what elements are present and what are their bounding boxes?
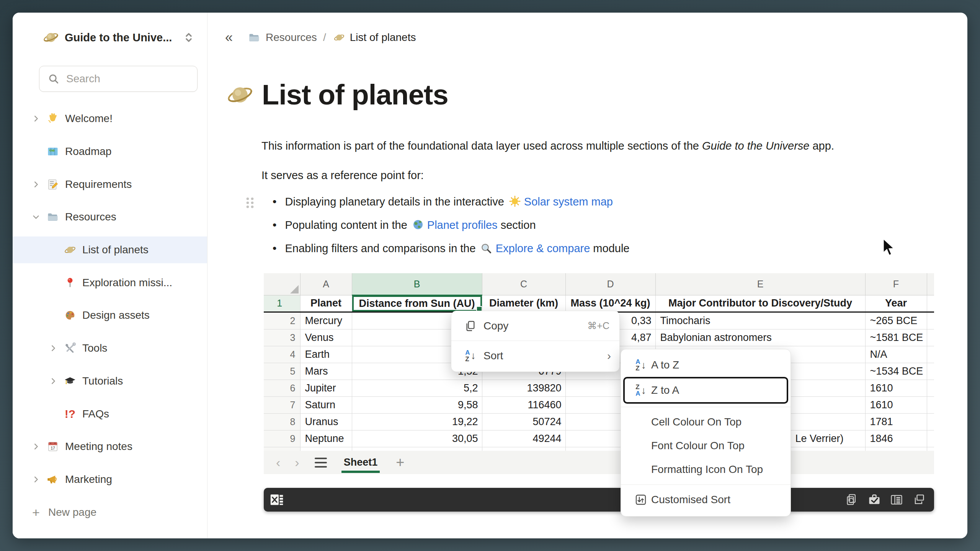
open-in-new-window-icon[interactable]	[912, 493, 926, 507]
prev-sheet-icon[interactable]: ‹	[276, 455, 280, 470]
cell-c1[interactable]: Diameter (km)	[482, 295, 565, 312]
sidebar-item-resources[interactable]: Resources	[13, 204, 207, 230]
header-row: 1 Planet Distance from Sun (AU) Diameter…	[264, 295, 934, 312]
folder-emoji	[46, 210, 60, 224]
sort-a-to-z[interactable]: AZ↓ A to Z	[621, 353, 791, 377]
sheet-list-icon[interactable]	[315, 458, 327, 468]
row-number[interactable]: 1	[264, 295, 300, 312]
sort-submenu: AZ↓ A to Z ZA↓ Z to A Cell Colour On Top…	[621, 349, 791, 517]
sidebar-item-exploration-missions[interactable]: Exploration missi...	[13, 269, 207, 296]
chevron-right-icon[interactable]	[29, 473, 43, 486]
column-letter-f[interactable]: F	[865, 273, 927, 295]
sidebar-item-label: Meeting notes	[65, 440, 132, 453]
sidebar-item-meeting-notes[interactable]: 17 Meeting notes	[13, 433, 207, 460]
sort-formatting-icon[interactable]: Formatting Icon On Top	[621, 458, 791, 481]
sidebar-item-faqs[interactable]: !? FAQs	[13, 401, 207, 427]
bullet-item: • Enabling filters and comparisons in th…	[273, 242, 629, 255]
sort-az-icon: AZ↓	[632, 359, 649, 372]
workspace-expand-icon[interactable]	[182, 31, 196, 44]
table-row-jupiter: 6 Jupiter 5,2 139820 1610	[264, 380, 934, 397]
next-sheet-icon[interactable]: ›	[295, 455, 299, 470]
sidebar-item-marketing[interactable]: Marketing	[13, 466, 207, 493]
chevron-right-icon[interactable]	[29, 112, 43, 126]
sort-za-icon: ZA↓	[632, 384, 649, 397]
sidebar-item-requirements[interactable]: Requirements	[13, 171, 207, 198]
chevron-right-icon[interactable]	[46, 374, 60, 388]
sidebar-item-label: Welcome!	[65, 112, 113, 125]
saturn-emoji[interactable]	[227, 82, 253, 108]
link-explore-compare[interactable]: Explore & compare	[496, 242, 590, 254]
column-letter-c[interactable]: C	[482, 273, 565, 295]
new-page-label: New page	[48, 506, 96, 518]
sidebar-item-roadmap[interactable]: Roadmap	[13, 138, 207, 165]
sort-font-colour[interactable]: Font Colour On Top	[621, 434, 791, 458]
sort-z-to-a-focused[interactable]: ZA↓ Z to A	[623, 377, 788, 404]
sidebar-item-tutorials[interactable]: Tutorials	[13, 368, 207, 395]
calendar-emoji: 17	[46, 440, 60, 453]
row-number[interactable]: 2	[264, 312, 300, 329]
context-menu-copy[interactable]: Copy ⌘+C	[451, 311, 619, 341]
search-icon	[48, 73, 59, 85]
drag-handle-icon[interactable]	[243, 196, 257, 210]
chevron-down-icon[interactable]	[29, 210, 43, 224]
app-name-italic: Guide to the Universe	[702, 140, 809, 152]
row-number[interactable]: 9	[264, 430, 300, 447]
workspace-name[interactable]: Guide to the Unive...	[65, 31, 172, 44]
row-number[interactable]: 8	[264, 414, 300, 430]
cell-e1[interactable]: Major Contributor to Discovery/Study	[655, 295, 865, 312]
column-letter-a[interactable]: A	[300, 273, 352, 295]
sort-cell-colour[interactable]: Cell Colour On Top	[621, 410, 791, 434]
chevron-right-icon[interactable]	[29, 440, 43, 453]
column-letter-g[interactable]	[927, 273, 934, 295]
table-row-partial	[264, 447, 934, 451]
graduation-cap-emoji	[63, 374, 77, 388]
sidebar-item-tools[interactable]: Tools	[13, 335, 207, 362]
refresh-data-icon[interactable]	[845, 493, 859, 507]
sidebar-item-design-assets[interactable]: Design assets	[13, 302, 207, 329]
context-menu-sort[interactable]: AZ↓ Sort ›	[451, 341, 619, 370]
link-solar-system-map[interactable]: Solar system map	[524, 196, 613, 208]
cell-b1-selected[interactable]: Distance from Sun (AU)	[352, 295, 482, 312]
cell-d1[interactable]: Mass (10^24 kg)	[565, 295, 655, 312]
row-number[interactable]: 7	[264, 397, 300, 414]
row-number[interactable]: 3	[264, 329, 300, 346]
select-all-corner[interactable]	[264, 273, 300, 295]
add-sheet-icon[interactable]: +	[396, 454, 404, 471]
table-row-saturn: 7 Saturn 9,58 116460 1610	[264, 397, 934, 414]
folder-emoji	[247, 31, 261, 44]
link-planet-profiles[interactable]: Planet profiles	[427, 219, 498, 231]
row-number[interactable]: 6	[264, 380, 300, 397]
column-letter-d[interactable]: D	[565, 273, 655, 295]
embed-toolbar	[264, 488, 934, 512]
reading-view-icon[interactable]	[890, 493, 903, 507]
new-page-button[interactable]: + New page	[13, 499, 207, 526]
copy-shortcut: ⌘+C	[587, 320, 609, 331]
column-letter-b[interactable]: B	[352, 273, 482, 295]
reference-paragraph: It serves as a reference point for:	[261, 168, 424, 183]
workspace-switcher[interactable]: Guide to the Unive...	[13, 24, 207, 51]
sidebar-item-label: Design assets	[82, 309, 150, 321]
customised-sort[interactable]: Customised Sort	[621, 488, 791, 512]
cell-f1[interactable]: Year	[865, 295, 927, 312]
row-number[interactable]	[264, 447, 300, 451]
breadcrumb-section[interactable]: Resources	[266, 31, 317, 44]
cell-a1[interactable]: Planet	[300, 295, 352, 312]
workbook-statistics-icon[interactable]	[867, 493, 881, 507]
search-box[interactable]	[39, 66, 198, 92]
desktop: Guide to the Unive... Welcome!	[0, 0, 980, 551]
menu-divider	[621, 407, 791, 407]
sidebar-item-welcome[interactable]: Welcome!	[13, 105, 207, 132]
page-title[interactable]: List of planets	[262, 78, 448, 111]
sheet-tab[interactable]: Sheet1	[344, 451, 378, 474]
sidebar-item-list-of-planets[interactable]: List of planets	[13, 236, 207, 263]
collapse-sidebar-icon[interactable]: «	[225, 29, 233, 46]
column-letter-e[interactable]: E	[655, 273, 865, 295]
sheet-tab-strip: ‹ › Sheet1 +	[264, 451, 934, 474]
chevron-right-icon[interactable]	[29, 178, 43, 191]
search-input[interactable]	[65, 72, 182, 85]
row-number[interactable]: 5	[264, 363, 300, 380]
chevron-right-icon[interactable]	[46, 341, 60, 355]
row-number[interactable]: 4	[264, 346, 300, 363]
breadcrumb-page[interactable]: List of planets	[350, 31, 416, 44]
bullet-item: • Populating content in the Planet profi…	[273, 218, 536, 231]
